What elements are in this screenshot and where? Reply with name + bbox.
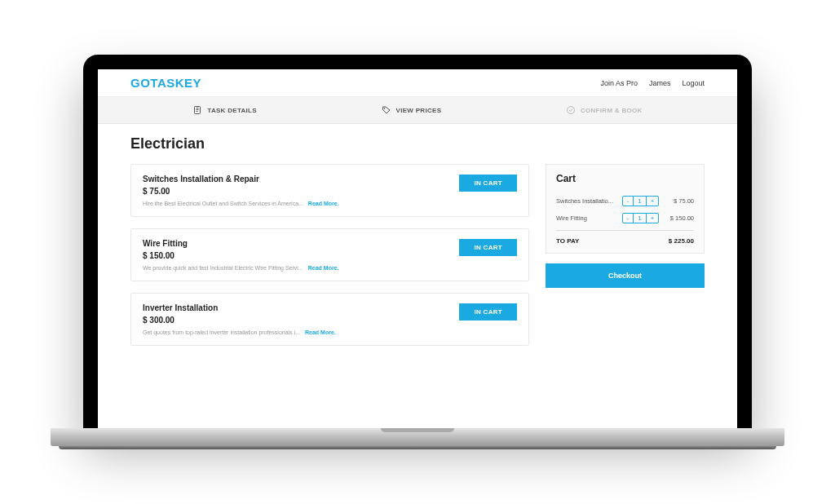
header-nav: Join As Pro James Logout <box>600 79 705 87</box>
read-more-link[interactable]: Read More. <box>305 329 336 335</box>
quantity-stepper[interactable]: - 1 + <box>622 213 660 223</box>
qty-increase[interactable]: + <box>647 214 659 223</box>
cart-item-row: Switches Installatio... - 1 + $ 75.00 <box>556 192 694 210</box>
laptop-mockup: GOTASKEY Join As Pro James Logout TASK D… <box>83 55 752 449</box>
cart-item-row: Wire Fitting - 1 + $ 150.00 <box>556 210 694 227</box>
read-more-link[interactable]: Read More. <box>308 201 339 206</box>
qty-value: 1 <box>633 197 646 206</box>
in-cart-button[interactable]: IN CART <box>459 303 517 321</box>
qty-value: 1 <box>633 214 646 223</box>
cart-item-name: Switches Installatio... <box>556 197 621 205</box>
svg-point-2 <box>567 107 574 114</box>
step-label: VIEW PRICES <box>396 107 442 114</box>
service-title: Inverter Installation <box>143 303 218 312</box>
step-view-prices[interactable]: VIEW PRICES <box>382 105 442 115</box>
service-price: $ 150.00 <box>143 251 188 260</box>
checkout-button[interactable]: Checkout <box>546 263 705 288</box>
main-columns: Switches Installation & Repair $ 75.00 I… <box>130 164 705 357</box>
step-task-details[interactable]: TASK DETAILS <box>192 105 257 115</box>
tag-icon <box>382 105 391 115</box>
service-price: $ 75.00 <box>143 187 259 196</box>
qty-increase[interactable]: + <box>647 197 659 206</box>
service-title: Wire Fitting <box>143 239 188 248</box>
service-price: $ 300.00 <box>143 316 218 325</box>
brand-logo[interactable]: GOTASKEY <box>130 76 201 90</box>
progress-steps: TASK DETAILS VIEW PRICES CONFIRM & BOOK <box>98 97 737 124</box>
cart-column: Cart Switches Installatio... - 1 + $ 75.… <box>546 164 705 288</box>
user-name-link[interactable]: James <box>649 79 671 87</box>
cart-item-name: Wire Fitting <box>556 214 621 222</box>
service-card: Wire Fitting $ 150.00 IN CART We provide… <box>130 228 529 281</box>
qty-decrease[interactable]: - <box>623 214 634 223</box>
page-body: Electrician Switches Installation & Repa… <box>98 124 737 369</box>
svg-point-1 <box>384 108 385 109</box>
services-list: Switches Installation & Repair $ 75.00 I… <box>130 164 529 357</box>
qty-decrease[interactable]: - <box>623 197 634 206</box>
quantity-stepper[interactable]: - 1 + <box>622 196 660 206</box>
service-description: We provide quick and fast Industrial Ele… <box>143 265 303 271</box>
cart-item-amount: $ 75.00 <box>660 197 694 205</box>
clipboard-icon <box>192 105 202 115</box>
laptop-foot <box>59 446 776 449</box>
cart-item-amount: $ 150.00 <box>660 214 694 222</box>
step-confirm-book[interactable]: CONFIRM & BOOK <box>566 105 643 115</box>
to-pay-amount: $ 225.00 <box>669 237 694 245</box>
step-label: CONFIRM & BOOK <box>581 107 643 114</box>
step-label: TASK DETAILS <box>207 107 257 114</box>
service-card: Inverter Installation $ 300.00 IN CART G… <box>130 293 529 346</box>
app-header: GOTASKEY Join As Pro James Logout <box>98 69 737 97</box>
in-cart-button[interactable]: IN CART <box>459 175 517 192</box>
service-title: Switches Installation & Repair <box>143 175 259 183</box>
page-title: Electrician <box>130 135 705 153</box>
app-viewport: GOTASKEY Join As Pro James Logout TASK D… <box>98 69 737 428</box>
logout-link[interactable]: Logout <box>682 79 705 87</box>
service-description: Get quotes from top-rated inverter insta… <box>143 329 300 335</box>
laptop-screen-bezel: GOTASKEY Join As Pro James Logout TASK D… <box>83 55 752 428</box>
cart-total-row: TO PAY $ 225.00 <box>556 230 694 245</box>
cart-title: Cart <box>556 173 694 184</box>
to-pay-label: TO PAY <box>556 237 579 245</box>
service-card: Switches Installation & Repair $ 75.00 I… <box>130 164 529 217</box>
read-more-link[interactable]: Read More. <box>308 265 339 271</box>
laptop-base <box>51 428 784 446</box>
in-cart-button[interactable]: IN CART <box>459 239 517 256</box>
join-as-pro-link[interactable]: Join As Pro <box>600 79 638 87</box>
check-circle-icon <box>566 105 576 115</box>
cart-box: Cart Switches Installatio... - 1 + $ 75.… <box>546 164 705 254</box>
service-description: Hire the Best Electrical Outlet and Swit… <box>143 201 303 206</box>
